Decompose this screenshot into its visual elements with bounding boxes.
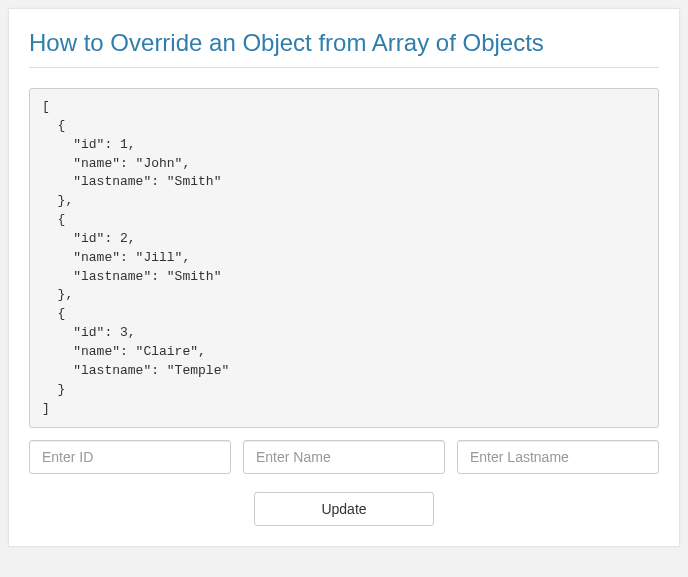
main-panel: How to Override an Object from Array of … bbox=[8, 8, 680, 547]
code-output: [ { "id": 1, "name": "John", "lastname":… bbox=[29, 88, 659, 428]
button-row: Update bbox=[29, 492, 659, 526]
form-row bbox=[29, 440, 659, 474]
page-title: How to Override an Object from Array of … bbox=[29, 29, 659, 68]
name-input[interactable] bbox=[243, 440, 445, 474]
id-input[interactable] bbox=[29, 440, 231, 474]
lastname-input[interactable] bbox=[457, 440, 659, 474]
update-button[interactable]: Update bbox=[254, 492, 434, 526]
